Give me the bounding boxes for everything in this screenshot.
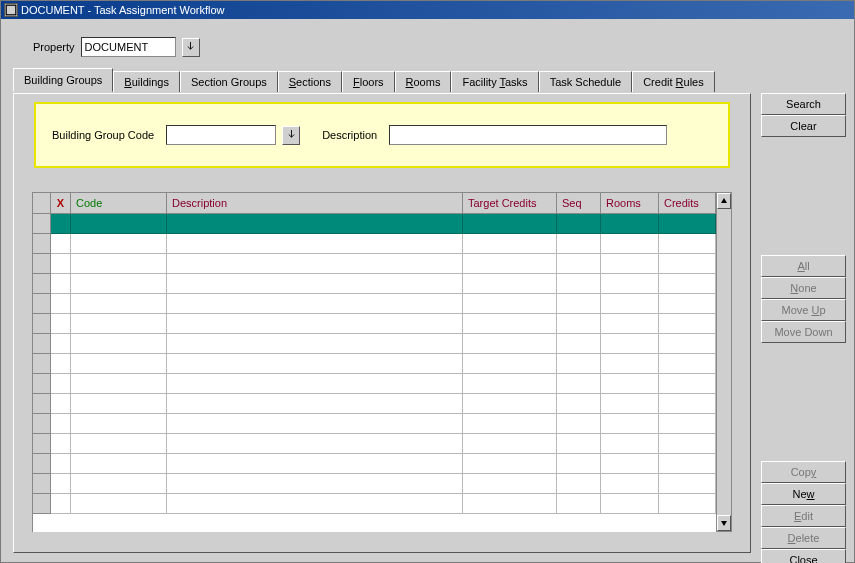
table-row[interactable] [33, 414, 716, 434]
cell-seq[interactable] [557, 354, 601, 374]
tab-buildings[interactable]: Buildings [113, 71, 180, 92]
cell-desc[interactable] [167, 454, 463, 474]
cell-x[interactable] [51, 354, 71, 374]
cell-code[interactable] [71, 454, 167, 474]
cell-target[interactable] [463, 494, 557, 514]
cell-target[interactable] [463, 334, 557, 354]
cell-x[interactable] [51, 494, 71, 514]
cell-seq[interactable] [557, 434, 601, 454]
cell-code[interactable] [71, 314, 167, 334]
delete-button[interactable]: Delete [761, 527, 846, 549]
building-group-code-dropdown-button[interactable] [282, 126, 300, 145]
column-header-x[interactable]: X [51, 193, 71, 214]
cell-code[interactable] [71, 494, 167, 514]
table-row[interactable] [33, 294, 716, 314]
cell-target[interactable] [463, 314, 557, 334]
cell-code[interactable] [71, 414, 167, 434]
cell-seq[interactable] [557, 314, 601, 334]
cell-target[interactable] [463, 374, 557, 394]
cell-credits[interactable] [659, 294, 716, 314]
cell-seq[interactable] [557, 494, 601, 514]
table-row[interactable] [33, 394, 716, 414]
cell-x[interactable] [51, 334, 71, 354]
cell-credits[interactable] [659, 254, 716, 274]
table-row[interactable] [33, 494, 716, 514]
cell-credits[interactable] [659, 374, 716, 394]
new-button[interactable]: New [761, 483, 846, 505]
cell-code[interactable] [71, 234, 167, 254]
table-row[interactable] [33, 434, 716, 454]
table-row[interactable] [33, 474, 716, 494]
cell-x[interactable] [51, 234, 71, 254]
property-dropdown-button[interactable] [182, 38, 200, 57]
cell-seq[interactable] [557, 414, 601, 434]
cell-rooms[interactable] [601, 214, 659, 234]
cell-credits[interactable] [659, 394, 716, 414]
tab-section-groups[interactable]: Section Groups [180, 71, 278, 92]
cell-credits[interactable] [659, 314, 716, 334]
scroll-up-button[interactable] [717, 193, 731, 209]
cell-target[interactable] [463, 414, 557, 434]
table-row[interactable] [33, 354, 716, 374]
table-row[interactable] [33, 254, 716, 274]
cell-code[interactable] [71, 434, 167, 454]
cell-seq[interactable] [557, 214, 601, 234]
cell-credits[interactable] [659, 214, 716, 234]
cell-x[interactable] [51, 314, 71, 334]
cell-target[interactable] [463, 354, 557, 374]
cell-desc[interactable] [167, 474, 463, 494]
move-down-button[interactable]: Move Down [761, 321, 846, 343]
column-header-rooms[interactable]: Rooms [601, 193, 659, 214]
cell-seq[interactable] [557, 274, 601, 294]
table-row[interactable] [33, 274, 716, 294]
cell-seq[interactable] [557, 254, 601, 274]
cell-x[interactable] [51, 254, 71, 274]
cell-code[interactable] [71, 354, 167, 374]
cell-target[interactable] [463, 234, 557, 254]
cell-target[interactable] [463, 254, 557, 274]
move-up-button[interactable]: Move Up [761, 299, 846, 321]
cell-target[interactable] [463, 274, 557, 294]
close-button[interactable]: Close [761, 549, 846, 563]
all-button[interactable]: All [761, 255, 846, 277]
cell-rooms[interactable] [601, 354, 659, 374]
table-row[interactable] [33, 454, 716, 474]
cell-credits[interactable] [659, 434, 716, 454]
cell-seq[interactable] [557, 374, 601, 394]
cell-code[interactable] [71, 274, 167, 294]
cell-rooms[interactable] [601, 454, 659, 474]
cell-rooms[interactable] [601, 394, 659, 414]
cell-seq[interactable] [557, 394, 601, 414]
cell-x[interactable] [51, 394, 71, 414]
copy-button[interactable]: Copy [761, 461, 846, 483]
tab-task-schedule[interactable]: Task Schedule [539, 71, 633, 92]
cell-rooms[interactable] [601, 334, 659, 354]
cell-desc[interactable] [167, 414, 463, 434]
grid-selected-row[interactable] [33, 214, 716, 234]
cell-rooms[interactable] [601, 374, 659, 394]
cell-x[interactable] [51, 274, 71, 294]
cell-credits[interactable] [659, 334, 716, 354]
cell-credits[interactable] [659, 474, 716, 494]
scroll-down-button[interactable] [717, 515, 731, 531]
cell-target[interactable] [463, 394, 557, 414]
cell-rooms[interactable] [601, 414, 659, 434]
cell-desc[interactable] [167, 294, 463, 314]
cell-code[interactable] [71, 294, 167, 314]
building-group-code-input[interactable] [166, 125, 276, 145]
cell-target[interactable] [463, 214, 557, 234]
cell-credits[interactable] [659, 454, 716, 474]
cell-desc[interactable] [167, 214, 463, 234]
cell-desc[interactable] [167, 494, 463, 514]
cell-code[interactable] [71, 334, 167, 354]
cell-seq[interactable] [557, 294, 601, 314]
cell-x[interactable] [51, 294, 71, 314]
cell-desc[interactable] [167, 234, 463, 254]
edit-button[interactable]: Edit [761, 505, 846, 527]
cell-code[interactable] [71, 254, 167, 274]
cell-desc[interactable] [167, 254, 463, 274]
cell-rooms[interactable] [601, 234, 659, 254]
table-row[interactable] [33, 314, 716, 334]
cell-target[interactable] [463, 434, 557, 454]
tab-building-groups[interactable]: Building Groups [13, 68, 113, 92]
